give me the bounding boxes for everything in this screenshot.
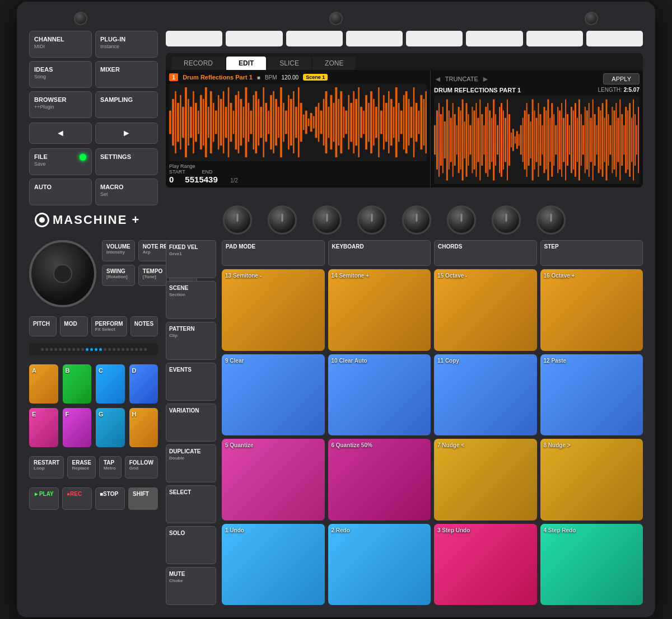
pad-mode-button[interactable]: PAD MODE (222, 240, 325, 266)
knob-7[interactable] (492, 205, 521, 235)
pad-f[interactable]: F (63, 408, 92, 447)
arrow-right-button[interactable]: ► (95, 123, 158, 144)
soft-button-4[interactable] (346, 31, 403, 46)
pad-14[interactable]: 14 Semitone + (328, 269, 431, 351)
top-knob-1[interactable] (74, 12, 87, 25)
soft-button-2[interactable] (226, 31, 282, 46)
soft-button-1[interactable] (166, 31, 222, 46)
volume-button[interactable]: VOLUME Intensity (102, 240, 135, 261)
pad-10[interactable]: 10 Clear Auto (328, 354, 431, 436)
knob-4[interactable] (357, 205, 386, 235)
settings-button[interactable]: SETTINGS (95, 148, 158, 175)
pitch-button[interactable]: PITCH (29, 316, 57, 336)
file-button[interactable]: FILE Save (29, 148, 92, 175)
soft-button-7[interactable] (526, 31, 583, 46)
pad-6[interactable]: 6 Quantize 50% (328, 439, 431, 520)
pad-8[interactable]: 8 Nudge > (540, 439, 643, 520)
right-track-info: DRUM REFLECTIONS PART 1 LENGTH: 2:5.07 (434, 87, 640, 93)
step-button[interactable]: STEP (540, 240, 643, 266)
svg-rect-156 (534, 110, 535, 169)
pad-1[interactable]: 1 Undo (222, 524, 325, 606)
pad-b[interactable]: B (63, 364, 92, 404)
tempo-button[interactable]: TEMPO [Tune] (138, 265, 167, 286)
restart-button[interactable]: RESTART Loop (29, 456, 64, 479)
pad-a[interactable]: A (29, 364, 58, 404)
solo-button[interactable]: SOLO (166, 526, 216, 564)
tab-edit[interactable]: EDIT (226, 57, 266, 70)
soft-button-6[interactable] (466, 31, 522, 46)
knob-1[interactable] (223, 205, 252, 235)
stop-button[interactable]: ■STOP (95, 487, 125, 510)
pad-2[interactable]: 2 Redo (328, 524, 431, 606)
play-button[interactable]: ►PLAY (29, 487, 59, 510)
svg-rect-94 (403, 95, 405, 149)
keyboard-button[interactable]: KEYBOARD (328, 240, 431, 266)
auto-button[interactable]: AUTO (29, 179, 92, 205)
events-button[interactable]: EVENTS (166, 363, 216, 401)
pad-d[interactable]: D (129, 364, 158, 404)
pad-11[interactable]: 11 Copy (434, 354, 537, 436)
arrow-left-button[interactable]: ◄ (29, 123, 92, 144)
mixer-button[interactable]: MIXER (95, 61, 158, 88)
mod-button[interactable]: MOD (60, 316, 87, 336)
select-button[interactable]: SELECT (166, 485, 216, 523)
knob-8[interactable] (536, 205, 566, 235)
knob-6[interactable] (447, 205, 476, 235)
swing-button[interactable]: SWING [Rotation] (102, 265, 135, 286)
duplicate-button[interactable]: DUPLICATE Double (166, 444, 216, 482)
soft-button-3[interactable] (286, 31, 343, 46)
rec-button[interactable]: ●REC (62, 487, 92, 510)
channel-button[interactable]: CHANNEL MIDI (29, 31, 92, 58)
pad-16[interactable]: 16 Octave + (540, 269, 643, 351)
macro-button[interactable]: MACRO Set (95, 179, 158, 205)
pad-9[interactable]: 9 Clear (222, 354, 325, 436)
pad-7[interactable]: 7 Nudge < (434, 439, 537, 520)
svg-rect-66 (333, 103, 335, 142)
mute-button[interactable]: MUTE Choke (166, 567, 216, 605)
pad-g[interactable]: G (96, 408, 125, 447)
pad-e[interactable]: E (29, 408, 58, 447)
pad-h[interactable]: H (129, 408, 158, 447)
sampling-button[interactable]: SAMPLING (95, 91, 158, 118)
pad-12[interactable]: 12 Paste (540, 354, 643, 436)
tab-slice[interactable]: SLICE (267, 57, 311, 70)
follow-button[interactable]: FOLLOW Grid (125, 456, 158, 479)
tab-zone[interactable]: ZONE (312, 57, 356, 70)
svg-rect-166 (553, 114, 554, 166)
perform-button[interactable]: PERFORM FX Select (91, 316, 127, 336)
tap-button[interactable]: TAP Metro (99, 456, 122, 479)
knob-3[interactable] (312, 205, 342, 235)
top-knob-2[interactable] (329, 12, 343, 25)
variation-button[interactable]: VARIATION (166, 404, 216, 442)
ideas-button[interactable]: IDEAS Song (29, 61, 92, 88)
shift-button[interactable]: SHIFT (128, 487, 158, 510)
plugin-button[interactable]: PLUG-IN Instance (95, 31, 158, 58)
pad-5[interactable]: 5 Quantize (222, 439, 325, 520)
chords-button[interactable]: CHORDS (434, 240, 537, 266)
tab-record[interactable]: RECORD (171, 57, 225, 70)
notes-button[interactable]: NOTES (130, 316, 158, 336)
pattern-button[interactable]: PATTERN Clip (166, 322, 216, 360)
erase-button[interactable]: ERASE Replace (67, 456, 95, 479)
browser-button[interactable]: BROWSER ++Plugin (29, 91, 92, 118)
soft-button-5[interactable] (406, 31, 463, 46)
pad-c[interactable]: C (96, 364, 125, 404)
jog-wheel[interactable] (29, 240, 96, 307)
pad-15[interactable]: 15 Octave - (434, 269, 537, 351)
scene-button[interactable]: SCENE Section (166, 281, 216, 319)
knob-5[interactable] (402, 205, 431, 235)
pad-13[interactable]: 13 Semitone - (222, 269, 325, 351)
truncate-prev[interactable]: ◄ (434, 74, 442, 83)
pad-3[interactable]: 3 Step Undo (434, 524, 537, 606)
fixed-vel-button[interactable]: FIXED VEL Grve1 (166, 240, 216, 278)
top-knob-3[interactable] (585, 12, 598, 25)
svg-rect-113 (450, 118, 452, 162)
pad-4[interactable]: 4 Step Redo (540, 524, 643, 606)
soft-button-8[interactable] (586, 31, 643, 46)
knob-2[interactable] (268, 205, 297, 235)
apply-button[interactable]: APPLY (603, 73, 640, 85)
truncate-next[interactable]: ► (482, 74, 489, 83)
svg-rect-202 (623, 125, 624, 155)
bpm-value: 120.00 (282, 74, 299, 81)
svg-rect-180 (581, 114, 582, 166)
